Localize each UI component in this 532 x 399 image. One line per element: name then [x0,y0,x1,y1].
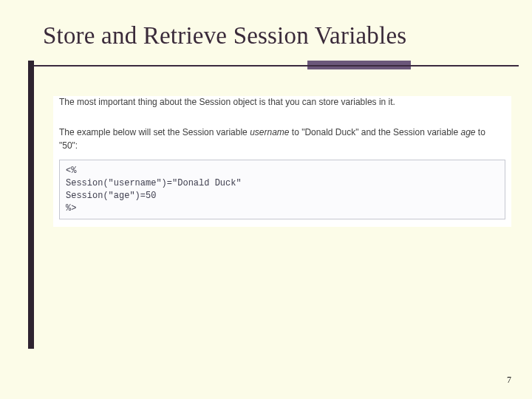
p2-var-username: username [250,127,289,137]
paragraph-1: The most important thing about the Sessi… [53,96,511,112]
paragraph-2: The example below will set the Session v… [53,123,511,155]
p2-var-age: age [461,127,476,137]
content-panel: The most important thing about the Sessi… [53,96,511,227]
slide: Store and Retrieve Session Variables The… [0,0,532,399]
title-rule [28,61,519,74]
page-number: 7 [507,375,511,386]
code-block: <% Session("username")="Donald Duck" Ses… [59,160,505,219]
horizontal-rule [28,65,519,66]
p2-text-b: to "Donald Duck" and the Session variabl… [290,127,461,137]
slide-title: Store and Retrieve Session Variables [43,22,406,50]
spacer [53,112,511,123]
p2-text-a: The example below will set the Session v… [59,127,250,137]
left-vertical-bar [28,61,34,349]
